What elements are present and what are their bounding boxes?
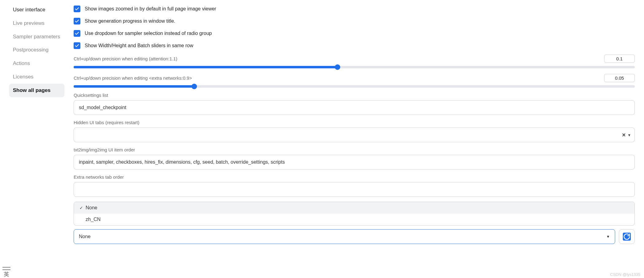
localization-select[interactable]: None ▼ [74,229,615,244]
chevron-down-icon[interactable]: ▼ [627,133,631,137]
refresh-icon [623,233,631,241]
clear-icon[interactable]: × [622,131,626,139]
slider-thumb[interactable] [335,64,340,70]
refresh-button[interactable] [619,229,635,244]
checkbox-sampler-dropdown[interactable] [74,30,80,37]
check-icon [75,6,79,11]
sidebar-item-actions[interactable]: Actions [9,57,64,70]
check-icon [75,19,79,24]
extra-order-label: Extra networks tab order [74,174,635,180]
hidden-tabs-input[interactable] [74,128,635,142]
checkbox-sliders-same-row-label: Show Width/Height and Batch sliders in s… [85,43,193,49]
localization-option-label: None [86,205,97,211]
sidebar-item-postprocessing[interactable]: Postprocessing [9,43,64,57]
checkbox-sampler-dropdown-label: Use dropdown for sampler selection inste… [85,30,212,37]
extra-order-input[interactable] [74,182,635,197]
slider-precision-extra-label: Ctrl+up/down precision when editing <ext… [74,75,192,81]
sidebar-item-user-interface[interactable]: User interface [9,3,64,17]
checkbox-zoomed-images[interactable] [74,6,80,12]
slider-precision-attention[interactable] [74,66,635,68]
quicksettings-input[interactable] [74,100,635,115]
item-order-input[interactable] [74,155,635,169]
slider-thumb[interactable] [191,84,197,89]
sidebar-item-live-previews[interactable]: Live previews [9,17,64,30]
check-icon [75,31,79,36]
slider-precision-attention-value[interactable]: 0.1 [604,55,635,63]
checkbox-zoomed-images-label: Show images zoomed in by default in full… [85,6,216,12]
slider-precision-attention-label: Ctrl+up/down precision when editing (att… [74,56,177,61]
sidebar-item-sampler-parameters[interactable]: Sampler parameters [9,30,64,44]
checkbox-sliders-same-row[interactable] [74,42,80,49]
check-mark-icon: ✓ [79,205,86,210]
localization-select-value: None [79,234,91,239]
localization-option-label: zh_CN [86,217,101,222]
settings-sidebar: User interface Live previews Sampler par… [9,0,64,244]
localization-options: ✓ None zh_CN [74,202,635,226]
hidden-tabs-label: Hidden UI tabs (requires restart) [74,120,635,125]
checkbox-progress-title-label: Show generation progress in window title… [85,18,175,25]
check-icon [75,43,79,48]
localization-option-zh-cn[interactable]: zh_CN [74,214,634,225]
quicksettings-label: Quicksettings list [74,93,635,98]
sidebar-item-licenses[interactable]: Licenses [9,70,64,84]
chevron-down-icon: ▼ [606,234,610,239]
slider-precision-extra[interactable] [74,85,635,88]
sidebar-item-show-all-pages[interactable]: Show all pages [9,84,64,97]
settings-content: Show images zoomed in by default in full… [64,0,635,244]
item-order-label: txt2img/img2img UI item order [74,147,635,152]
localization-option-none[interactable]: ✓ None [74,202,634,214]
slider-precision-extra-value[interactable]: 0.05 [604,74,635,82]
checkbox-progress-title[interactable] [74,18,80,25]
